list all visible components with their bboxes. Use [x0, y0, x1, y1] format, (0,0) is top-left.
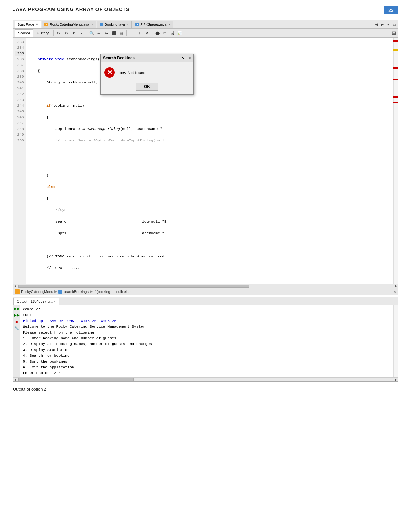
h-scroll-right[interactable]: ▶: [394, 284, 398, 288]
scroll-mark-red-3: [393, 79, 398, 80]
toolbar-btn-2[interactable]: ⟲: [63, 30, 69, 36]
ln-245: 245: [15, 109, 24, 114]
tab-next-btn[interactable]: ▶: [380, 22, 385, 27]
breadcrumb-close-btn[interactable]: ×: [394, 290, 396, 294]
toolbar-btn-12[interactable]: ↗: [143, 30, 150, 36]
code-line-247: searc log(null,"B: [29, 219, 391, 225]
out-select: Please select from the following: [23, 330, 391, 335]
toolbar-btn-5[interactable]: 🔍: [88, 30, 95, 36]
tab-printstream[interactable]: J PrintStream.java ×: [132, 21, 173, 28]
out-welcome: Welcome to the Rocky Catering Service Ma…: [23, 324, 391, 330]
toolbar-btn-4[interactable]: -: [78, 30, 84, 36]
toolbar-btn-13[interactable]: ⬤: [154, 30, 161, 36]
h-scroll-left[interactable]: ◀: [13, 284, 17, 288]
toolbar-sep-2: [86, 30, 86, 36]
h-scrollbar[interactable]: ◀ ▶: [13, 284, 398, 288]
tab-prev-btn[interactable]: ◀: [374, 22, 379, 27]
history-label: History: [37, 31, 49, 35]
breadcrumb-method[interactable]: searchBookings: [64, 290, 89, 294]
tab-booking[interactable]: J Booking.java ×: [97, 21, 132, 28]
ln-233: 233: [15, 39, 24, 45]
output-content: compile: run: Picked up _JAVA_OPTIONS: -…: [20, 305, 393, 377]
line-numbers: 233 234 235 236 237 238 239 240 241 242 …: [13, 38, 26, 284]
dialog-title: Search Bookings: [103, 56, 135, 60]
tab-start-page[interactable]: Start Page ×: [15, 21, 41, 28]
toolbar-btn-15[interactable]: 🖼: [169, 30, 175, 36]
tab-rockycatering[interactable]: J RockyCateringMenu.java ×: [42, 21, 96, 28]
editor-area: 233 234 235 236 237 238 239 240 241 242 …: [13, 38, 398, 284]
out-compile: compile:: [23, 306, 391, 312]
output-scroll-left[interactable]: ◀: [13, 378, 17, 382]
toolbar-btn-9[interactable]: ▦: [118, 30, 124, 36]
tab-dropdown-btn[interactable]: ▼: [386, 22, 391, 27]
printstream-icon: J: [135, 23, 139, 26]
code-line-238: if(booking==null): [29, 103, 391, 109]
ln-242: 242: [15, 91, 24, 97]
code-line-243: [29, 161, 391, 167]
h-scroll-thumb[interactable]: [18, 285, 249, 288]
caption: Output of option 2: [13, 387, 398, 392]
toolbar-btn-10[interactable]: ↑: [129, 30, 135, 36]
output-minimize-btn[interactable]: —: [391, 299, 398, 304]
out-run: run:: [23, 312, 391, 318]
ln-243: 243: [15, 97, 24, 103]
code-line-233: [29, 45, 391, 51]
source-label: Source: [18, 31, 30, 35]
output-scroll-thumb[interactable]: [18, 378, 134, 381]
out-java-opts: Picked up _JAVA_OPTIONS: -Xmx512M -Xms51…: [23, 318, 391, 324]
output-tab[interactable]: Output - 1184862 (ru... ×: [13, 298, 59, 305]
breadcrumb-root-icon: [15, 289, 20, 294]
booking-close[interactable]: ×: [127, 23, 129, 26]
toolbar-btn-16[interactable]: 📊: [176, 30, 183, 36]
toolbar-plus-btn[interactable]: ⊞: [392, 30, 396, 36]
toolbar-btn-8[interactable]: ⬛: [111, 30, 117, 36]
code-line-249: [29, 242, 391, 248]
toolbar-btn-3[interactable]: ▼: [70, 30, 77, 36]
output-stop-btn[interactable]: ■: [14, 319, 19, 324]
code-editor[interactable]: private void searchBookings() { String s…: [26, 38, 393, 284]
booking-icon: J: [100, 23, 103, 26]
dialog-ok-button[interactable]: OK: [136, 83, 158, 91]
breadcrumb-condition[interactable]: if (booking == null) else: [94, 290, 131, 294]
scroll-mark-yellow-1: [393, 49, 398, 51]
breadcrumb-root[interactable]: RockyCateringMenu: [21, 290, 53, 294]
source-tab[interactable]: Source: [15, 29, 33, 37]
toolbar-sep-1: [53, 30, 54, 36]
out-opt3: 3. Display Statistics: [23, 347, 391, 353]
history-tab[interactable]: History: [34, 29, 51, 37]
printstream-close[interactable]: ×: [169, 23, 171, 26]
rockycatering-close[interactable]: ×: [91, 23, 93, 26]
toolbar-btn-11[interactable]: ↓: [136, 30, 142, 36]
scroll-mark-red-2: [393, 67, 398, 69]
output-tab-close[interactable]: ×: [54, 300, 56, 303]
ln-244: 244: [15, 103, 24, 109]
toolbar-btn-7[interactable]: ↪: [103, 30, 110, 36]
output-panel: Output - 1184862 (ru... × — ▶▶ ▶▶ ■ 🔧 co…: [13, 297, 398, 382]
toolbar-btn-14[interactable]: □: [161, 30, 168, 36]
ln-dots: ...: [15, 143, 24, 149]
output-h-scrollbar[interactable]: ◀ ▶: [13, 377, 398, 381]
toolbar-btn-1[interactable]: ⟳: [55, 30, 62, 36]
tab-restore-btn[interactable]: □: [392, 22, 396, 27]
ln-248: 248: [15, 126, 24, 132]
code-line-244b: else: [29, 184, 391, 190]
output-run-btn-1[interactable]: ▶▶: [14, 306, 19, 311]
output-tab-label: Output - 1184862 (ru...: [17, 299, 53, 303]
output-extra-btn[interactable]: 🔧: [14, 326, 19, 330]
output-scroll-right[interactable]: ▶: [394, 378, 398, 382]
output-run-btn-2[interactable]: ▶▶: [14, 313, 19, 317]
scroll-mark-red-4: [393, 96, 398, 98]
ln-237: 237: [15, 62, 24, 68]
dialog-message: joey Not found: [119, 70, 146, 75]
out-opt2: 2. Display all booking names, number of …: [23, 341, 391, 347]
code-line-248: JOpti archName+": [29, 230, 391, 236]
code-line-242: [29, 149, 391, 155]
bc-arrow-1: ▶: [54, 289, 57, 294]
ln-241: 241: [15, 85, 24, 91]
dialog-close-btn[interactable]: ×: [188, 55, 191, 61]
start-page-close[interactable]: ×: [36, 23, 38, 26]
ln-235: 235: [15, 51, 24, 56]
bc-method-icon: [58, 290, 62, 294]
toolbar-btn-6[interactable]: ↩: [96, 30, 102, 36]
ln-247: 247: [15, 120, 24, 126]
